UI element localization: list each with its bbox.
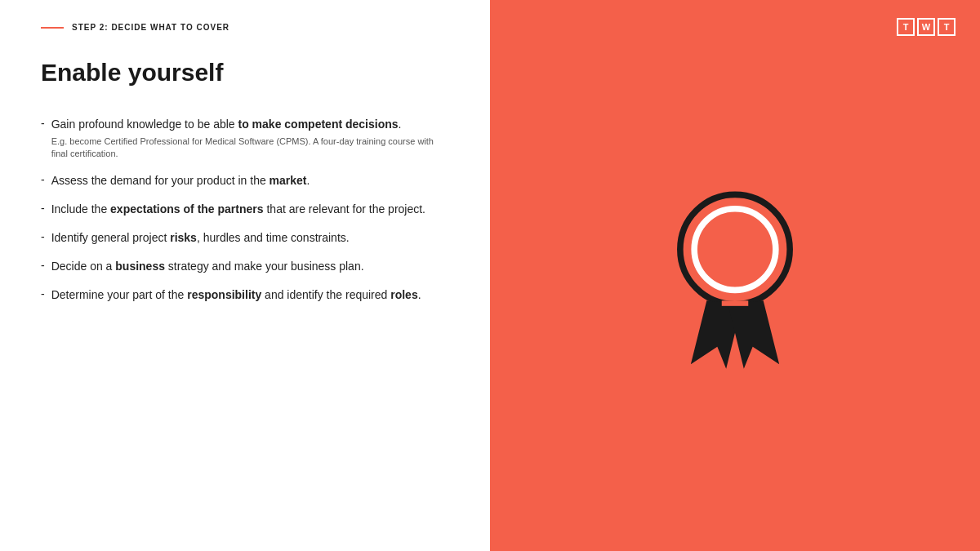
bullet-dash: - [41,202,45,215]
bullet-content: Determine your part of the responsibilit… [51,287,421,304]
bullet-dash: - [41,173,45,186]
bullet-content: Assess the demand for your product in th… [51,172,310,189]
bullet-content: Identify general project risks, hurdles … [51,229,350,247]
logo-letter-t2: T [938,18,956,36]
award-icon [645,170,825,382]
bullet-dash: - [41,259,45,272]
bullet-content: Include the expectations of the partners… [51,201,425,218]
step-label: STEP 2: DECIDE WHAT TO COVER [72,23,229,32]
list-item: - Gain profound knowledge to be able to … [41,110,449,167]
bullet-dash: - [41,230,45,243]
bullet-content: Gain profound knowledge to be able to ma… [51,116,449,161]
svg-point-1 [694,208,776,290]
step-line-decoration [41,27,64,29]
page-title: Enable yourself [41,58,449,87]
bullet-dash: - [41,117,45,130]
sub-note: E.g. become Certified Professional for M… [51,136,449,161]
list-item: - Assess the demand for your product in … [41,167,449,195]
bullet-list: - Gain profound knowledge to be able to … [41,110,449,309]
bullet-dash: - [41,287,45,300]
logo-letter-w: W [917,18,935,36]
list-item: - Identify general project risks, hurdle… [41,224,449,252]
left-panel: STEP 2: DECIDE WHAT TO COVER Enable your… [0,0,490,551]
svg-rect-4 [722,300,749,306]
list-item: - Determine your part of the responsibil… [41,281,449,309]
bullet-content: Decide on a business strategy and make y… [51,258,364,275]
list-item: - Decide on a business strategy and make… [41,252,449,281]
list-item: - Include the expectations of the partne… [41,195,449,224]
right-panel: T W T [490,0,980,551]
svg-marker-3 [728,300,779,368]
twt-logo: T W T [897,18,956,36]
step-header: STEP 2: DECIDE WHAT TO COVER [41,23,449,32]
logo-letter-t1: T [897,18,915,36]
